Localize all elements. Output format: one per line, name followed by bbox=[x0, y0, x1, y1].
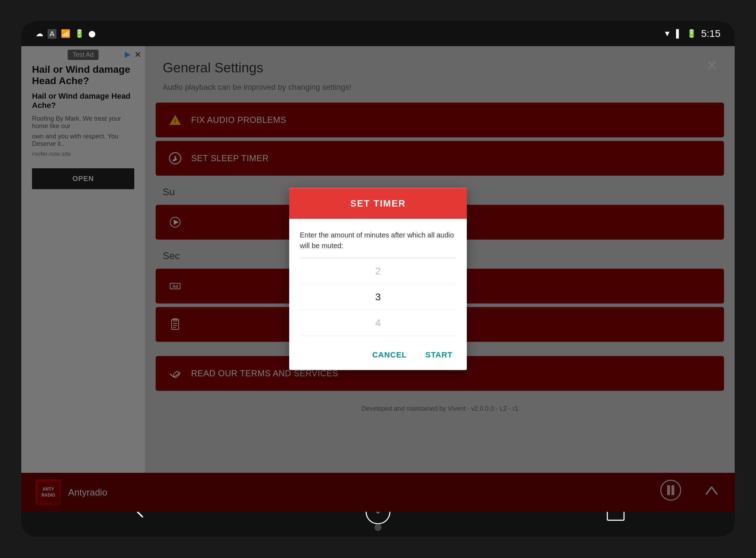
number-picker[interactable]: 2 3 4 bbox=[300, 258, 456, 336]
device-frame: ☁ A 📶 🔋 ⬤ ▼ ▌ 🔋 5:15 × Test Ad ✕ ▶ Hail … bbox=[21, 21, 735, 537]
weather-icon: ☁ bbox=[36, 29, 43, 38]
dialog-body: Enter the amount of minutes after which … bbox=[289, 219, 467, 340]
status-left-icons: ☁ A 📶 🔋 ⬤ bbox=[36, 29, 96, 39]
battery-status-icon: 🔋 bbox=[75, 29, 84, 38]
picker-item-2[interactable]: 2 bbox=[300, 258, 456, 284]
dialog-header: SET TIMER bbox=[289, 188, 467, 219]
cancel-button[interactable]: CANCEL bbox=[367, 347, 413, 363]
picker-item-3[interactable]: 3 bbox=[300, 284, 456, 310]
dialog-buttons: CANCEL START bbox=[289, 340, 467, 370]
app-area: × Test Ad ✕ ▶ Hail or Wind damage Head A… bbox=[21, 46, 735, 512]
signal-bars-icon: ▌ bbox=[676, 29, 682, 38]
picker-item-4[interactable]: 4 bbox=[300, 310, 456, 336]
set-timer-dialog: SET TIMER Enter the amount of minutes af… bbox=[289, 188, 467, 370]
home-indicator bbox=[374, 524, 382, 531]
signal-icon: 📶 bbox=[61, 29, 70, 38]
status-time: 5:15 bbox=[701, 28, 721, 39]
start-button[interactable]: START bbox=[420, 347, 458, 363]
circle-status-icon: ⬤ bbox=[88, 30, 96, 38]
dialog-title: SET TIMER bbox=[300, 198, 456, 209]
battery-icon: 🔋 bbox=[687, 29, 696, 38]
wifi-icon: ▼ bbox=[663, 29, 671, 38]
dialog-description: Enter the amount of minutes after which … bbox=[300, 230, 456, 251]
status-right-icons: ▼ ▌ 🔋 5:15 bbox=[663, 28, 720, 39]
a-icon: A bbox=[48, 29, 56, 39]
status-bar: ☁ A 📶 🔋 ⬤ ▼ ▌ 🔋 5:15 bbox=[21, 21, 735, 46]
